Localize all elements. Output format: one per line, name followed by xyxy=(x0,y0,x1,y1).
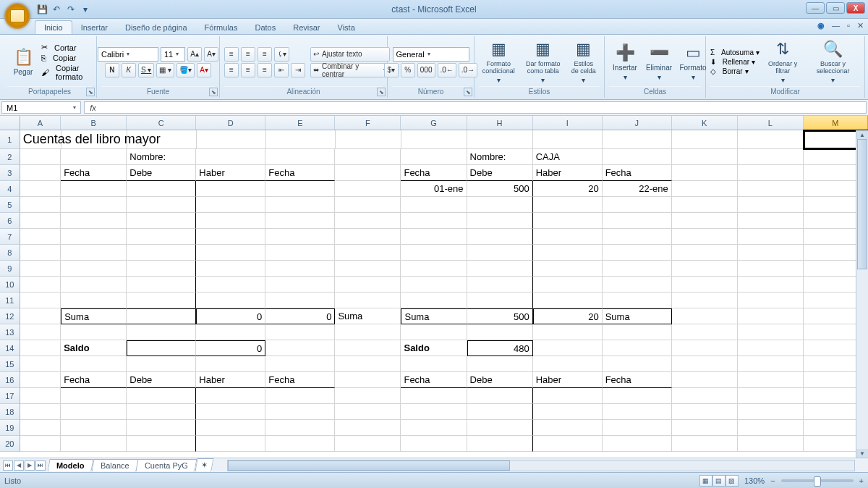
cell-B18[interactable] xyxy=(61,404,127,420)
cell-D2[interactable] xyxy=(196,149,265,165)
cell-A10[interactable] xyxy=(20,277,61,293)
cell-G11[interactable] xyxy=(401,293,467,308)
cell-H6[interactable] xyxy=(467,213,533,229)
cell-F6[interactable] xyxy=(335,213,401,229)
percent-button[interactable]: % xyxy=(401,63,415,77)
view-layout-button[interactable]: ▤ xyxy=(712,475,726,487)
sheet-tab-cuenta[interactable]: Cuenta PyG xyxy=(136,459,197,471)
cell-L14[interactable] xyxy=(738,340,804,356)
cell-K2[interactable] xyxy=(672,149,738,165)
cell-C8[interactable] xyxy=(127,245,196,261)
cell-E4[interactable] xyxy=(265,181,335,197)
cell-D18[interactable] xyxy=(196,404,265,420)
cell-C15[interactable] xyxy=(127,356,196,372)
qat-redo-icon[interactable]: ↷ xyxy=(65,4,77,15)
accounting-button[interactable]: $▾ xyxy=(384,63,399,77)
ribbon-restore-icon[interactable]: ▫ xyxy=(847,21,850,30)
cell-I19[interactable] xyxy=(533,420,603,436)
cell-J14[interactable] xyxy=(603,340,672,356)
cell-G4[interactable]: 01-ene xyxy=(401,181,467,197)
cell-F12[interactable]: Suma xyxy=(335,308,401,324)
clear-button[interactable]: ◇ Borrar ▾ xyxy=(710,67,760,75)
cell-C12[interactable] xyxy=(127,308,196,324)
cell-L8[interactable] xyxy=(738,245,804,261)
cell-K8[interactable] xyxy=(672,245,738,261)
cell-G8[interactable] xyxy=(401,245,467,261)
tab-revisar[interactable]: Revisar xyxy=(284,21,328,34)
cell-K16[interactable] xyxy=(672,372,738,388)
cell-E9[interactable] xyxy=(265,261,335,277)
cell-K14[interactable] xyxy=(672,340,738,356)
row-header-19[interactable]: 19 xyxy=(0,420,20,436)
cell-C20[interactable] xyxy=(127,436,196,452)
cell-J7[interactable] xyxy=(603,229,672,245)
cell-G20[interactable] xyxy=(401,436,467,452)
cell-C10[interactable] xyxy=(127,277,196,293)
cell-D6[interactable] xyxy=(196,213,265,229)
cell-H8[interactable] xyxy=(467,245,533,261)
cell-F2[interactable] xyxy=(335,149,401,165)
cell-C5[interactable] xyxy=(127,197,196,213)
row-header-15[interactable]: 15 xyxy=(0,356,20,372)
cell-G3[interactable]: Fecha xyxy=(401,165,467,181)
cell-L5[interactable] xyxy=(738,197,804,213)
cell-A6[interactable] xyxy=(20,213,61,229)
cell-C18[interactable] xyxy=(127,404,196,420)
sort-filter-button[interactable]: ⇅Ordenar y filtrar▾ xyxy=(762,38,804,86)
cell-J9[interactable] xyxy=(603,261,672,277)
cell-K13[interactable] xyxy=(672,324,738,340)
cell-E8[interactable] xyxy=(265,245,335,261)
align-left-button[interactable]: ≡ xyxy=(224,63,239,77)
cell-G12[interactable]: Suma xyxy=(401,308,467,324)
cell-I11[interactable] xyxy=(533,293,603,308)
cell-G6[interactable] xyxy=(401,213,467,229)
cell-F20[interactable] xyxy=(335,436,401,452)
cell-C7[interactable] xyxy=(127,229,196,245)
cell-J3[interactable]: Fecha xyxy=(603,165,672,181)
cell-C16[interactable]: Debe xyxy=(127,372,196,388)
align-center-button[interactable]: ≡ xyxy=(241,63,255,77)
cell-K5[interactable] xyxy=(672,197,738,213)
cell-I20[interactable] xyxy=(533,436,603,452)
cell-J4[interactable]: 22-ene xyxy=(603,181,672,197)
cell-G7[interactable] xyxy=(401,229,467,245)
cell-D19[interactable] xyxy=(196,420,265,436)
orientation-button[interactable]: ⤹▾ xyxy=(274,47,289,62)
scroll-up-icon[interactable]: ▲ xyxy=(856,130,868,139)
col-header-E[interactable]: E xyxy=(265,116,335,130)
italic-button[interactable]: K xyxy=(122,63,136,77)
cell-D14[interactable]: 0 xyxy=(196,340,265,356)
cell-G13[interactable] xyxy=(401,324,467,340)
align-bottom-button[interactable]: ≡ xyxy=(258,47,272,62)
font-color-button[interactable]: A▾ xyxy=(197,63,211,77)
cell-E17[interactable] xyxy=(265,388,335,404)
cell-D9[interactable] xyxy=(196,261,265,277)
tab-formulas[interactable]: Fórmulas xyxy=(196,21,247,34)
cell-L4[interactable] xyxy=(738,181,804,197)
paste-button[interactable]: 📋 Pegar xyxy=(7,38,39,86)
cell-L6[interactable] xyxy=(738,213,804,229)
cell-L16[interactable] xyxy=(738,372,804,388)
col-header-F[interactable]: F xyxy=(335,116,401,130)
decrease-indent-button[interactable]: ⇤ xyxy=(274,63,289,77)
cell-K15[interactable] xyxy=(672,356,738,372)
cell-F11[interactable] xyxy=(335,293,401,308)
cell-K11[interactable] xyxy=(672,293,738,308)
cell-I18[interactable] xyxy=(533,404,603,420)
cell-I4[interactable]: 20 xyxy=(533,181,603,197)
cell-D5[interactable] xyxy=(196,197,265,213)
row-header-9[interactable]: 9 xyxy=(0,261,20,277)
cell-I16[interactable]: Haber xyxy=(533,372,603,388)
clipboard-dialog-launcher[interactable]: ⬊ xyxy=(86,88,95,96)
sheet-nav-last[interactable]: ⏭ xyxy=(35,460,46,471)
cell-J5[interactable] xyxy=(603,197,672,213)
office-button[interactable] xyxy=(4,3,30,29)
row-header-5[interactable]: 5 xyxy=(0,197,20,213)
row-header-16[interactable]: 16 xyxy=(0,372,20,388)
cell-G15[interactable] xyxy=(401,356,467,372)
border-button[interactable]: ▦ ▾ xyxy=(156,63,174,77)
cell-K3[interactable] xyxy=(672,165,738,181)
cell-B3[interactable]: Fecha xyxy=(61,165,127,181)
row-header-12[interactable]: 12 xyxy=(0,308,20,324)
tab-inicio[interactable]: Inicio xyxy=(35,20,72,34)
